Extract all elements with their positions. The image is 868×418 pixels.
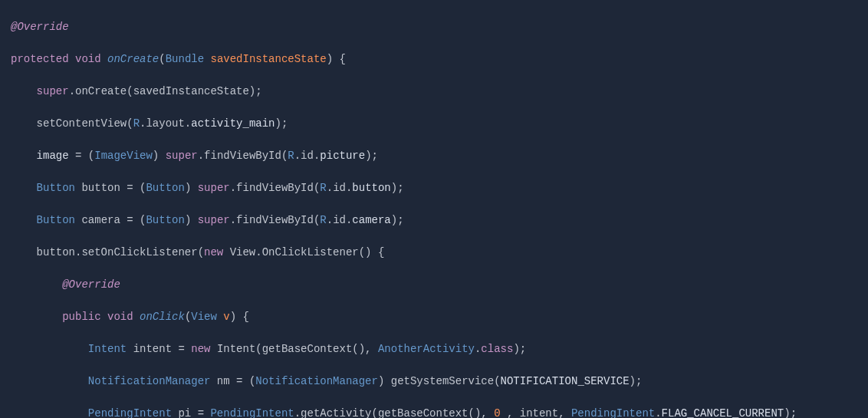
- code-line: Button button = (Button) super.findViewB…: [11, 180, 868, 196]
- code-line: protected void onCreate(Bundle savedInst…: [11, 51, 868, 67]
- keyword-token: super: [37, 85, 69, 97]
- code-line: super.onCreate(savedInstanceState);: [11, 84, 868, 100]
- keyword-token: protected: [11, 53, 69, 65]
- code-editor[interactable]: @Override protected void onCreate(Bundle…: [0, 3, 868, 418]
- code-line: image = (ImageView) super.findViewById(R…: [11, 148, 868, 164]
- keyword-token: void: [75, 53, 101, 65]
- annotation-token: @Override: [11, 21, 69, 33]
- param-token: savedInstanceState: [211, 53, 327, 65]
- code-line: button.setOnClickListener(new View.OnCli…: [11, 245, 868, 261]
- code-line: @Override: [11, 277, 868, 293]
- code-line: setContentView(R.layout.activity_main);: [11, 116, 868, 132]
- code-line: @Override: [11, 19, 868, 35]
- code-line: NotificationManager nm = (NotificationMa…: [11, 374, 868, 390]
- code-line: Button camera = (Button) super.findViewB…: [11, 212, 868, 229]
- code-line: public void onClick(View v) {: [11, 309, 868, 325]
- type-token: Bundle: [166, 53, 204, 65]
- code-line: Intent intent = new Intent(getBaseContex…: [11, 341, 868, 357]
- method-token: onCreate: [107, 53, 159, 65]
- code-line: PendingIntent pi = PendingIntent.getActi…: [11, 406, 868, 418]
